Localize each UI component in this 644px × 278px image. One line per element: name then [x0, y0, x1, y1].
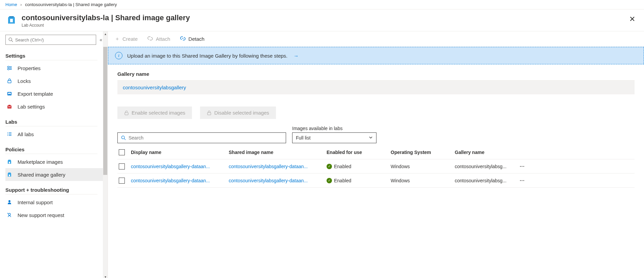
row-os: Windows [391, 178, 455, 183]
create-label: Create [122, 36, 138, 42]
sidebar-item-label: Locks [18, 78, 31, 84]
svg-rect-16 [125, 113, 128, 115]
sidebar-item-lab-settings[interactable]: Lab settings [5, 100, 108, 113]
create-button: ＋ Create [115, 36, 138, 42]
toolbar: ＋ Create Attach Detach [108, 31, 644, 47]
row-gallery: contosouniversitylabsg... [455, 164, 515, 169]
breadcrumb-home[interactable]: Home [5, 2, 17, 7]
scroll-thumb[interactable] [103, 47, 107, 175]
breadcrumb-current: contosouniversitylabs-la | Shared image … [25, 2, 117, 7]
gallery-name-link[interactable]: contosouniversitylabsgallery [123, 85, 186, 90]
col-display-name[interactable]: Display name [131, 150, 229, 155]
table-row: contosouniversitylabsgallery-dataan... c… [117, 174, 635, 188]
sidebar-item-marketplace-images[interactable]: Marketplace images [5, 155, 108, 168]
svg-rect-10 [8, 105, 10, 106]
lab-account-icon [5, 13, 18, 26]
marketplace-icon [6, 158, 13, 165]
sidebar-item-new-support-request[interactable]: New support request [5, 209, 108, 221]
row-more-button[interactable]: ··· [515, 178, 529, 183]
row-more-button[interactable]: ··· [515, 164, 529, 169]
svg-rect-0 [10, 19, 13, 22]
row-shared-name[interactable]: contosouniversitylabsgallery-dataan... [229, 178, 327, 183]
row-os: Windows [391, 164, 455, 169]
svg-line-19 [124, 138, 125, 140]
banner-text: Upload an image to this Shared Image Gal… [127, 53, 287, 59]
row-checkbox[interactable] [119, 178, 125, 184]
info-banner: i Upload an image to this Shared Image G… [108, 47, 644, 64]
sidebar-item-locks[interactable]: Locks [5, 74, 108, 87]
close-button[interactable]: ✕ [626, 13, 639, 25]
search-icon [8, 37, 13, 42]
svg-point-18 [121, 136, 124, 139]
list-icon [6, 131, 13, 137]
sidebar-item-label: Internal support [18, 199, 53, 205]
lock-icon [207, 111, 212, 115]
sidebar-search[interactable] [5, 35, 96, 45]
sidebar-section-policies: Policies [5, 143, 97, 154]
search-images-input[interactable] [117, 132, 286, 143]
gallery-name-label: Gallery name [117, 71, 635, 77]
support-icon [6, 199, 13, 206]
sidebar-item-properties[interactable]: Properties [5, 62, 108, 74]
breadcrumb: Home › contosouniversitylabs-la | Shared… [0, 0, 644, 9]
images-available-label: Images available in labs [292, 126, 376, 131]
svg-rect-12 [9, 162, 10, 163]
row-enabled: Enabled [334, 164, 351, 169]
row-display-name[interactable]: contosouniversitylabsgallery-dataan... [131, 164, 229, 169]
sidebar-section-settings: Settings [5, 50, 97, 60]
new-request-icon [6, 212, 13, 218]
unlock-icon [124, 111, 129, 115]
scroll-down-icon[interactable]: ▾ [103, 274, 108, 278]
col-shared-name[interactable]: Shared image name [229, 150, 327, 155]
svg-rect-11 [8, 106, 11, 107]
sidebar-item-label: Properties [18, 65, 40, 71]
sidebar-item-all-labs[interactable]: All labs [5, 128, 108, 141]
col-enabled[interactable]: Enabled for use [327, 150, 391, 155]
collapse-sidebar-icon[interactable]: « [100, 37, 102, 42]
banner-link-arrow-icon[interactable]: → [293, 53, 299, 59]
select-all-checkbox[interactable] [119, 149, 125, 155]
breadcrumb-separator-icon: › [20, 2, 22, 7]
sidebar-item-label: All labs [18, 131, 34, 137]
properties-icon [6, 65, 13, 71]
svg-rect-6 [8, 81, 11, 83]
sidebar-item-export-template[interactable]: Export template [5, 87, 108, 100]
scroll-up-icon[interactable]: ▴ [103, 31, 108, 36]
sidebar-item-shared-image-gallery[interactable]: Shared image gallery [5, 168, 108, 181]
sidebar-item-label: Export template [18, 91, 53, 97]
table-row: contosouniversitylabsgallery-dataan... c… [117, 159, 635, 174]
svg-point-5 [8, 69, 9, 70]
enabled-status-icon: ✓ [327, 164, 332, 169]
row-checkbox[interactable] [119, 163, 125, 169]
gallery-icon [6, 171, 13, 178]
page-header: contosouniversitylabs-la | Shared image … [0, 9, 644, 31]
col-os[interactable]: Operating System [391, 150, 455, 155]
table-header-row: Display name Shared image name Enabled f… [117, 145, 635, 159]
enable-selected-button: Enable selected images [117, 106, 192, 119]
sidebar-item-label: Marketplace images [18, 159, 63, 165]
attach-label: Attach [156, 36, 170, 42]
svg-point-15 [8, 213, 10, 215]
detach-label: Detach [189, 36, 205, 42]
col-gallery[interactable]: Gallery name [455, 150, 515, 155]
plus-icon: ＋ [115, 36, 120, 42]
info-icon: i [115, 52, 122, 59]
sidebar-scrollbar[interactable]: ▴ ▾ [103, 31, 108, 278]
search-images-field[interactable] [129, 135, 282, 141]
sidebar-section-labs: Labs [5, 116, 97, 126]
detach-button[interactable]: Detach [180, 35, 205, 42]
sidebar-item-internal-support[interactable]: Internal support [5, 196, 108, 209]
svg-rect-13 [9, 175, 10, 176]
attach-button: Attach [147, 35, 170, 42]
gallery-name-box: contosouniversitylabsgallery [117, 80, 635, 94]
row-display-name[interactable]: contosouniversitylabsgallery-dataan... [131, 178, 229, 183]
images-available-dropdown[interactable]: Full list [292, 132, 376, 143]
sidebar-item-label: Lab settings [18, 104, 45, 110]
svg-point-14 [8, 200, 10, 202]
disable-label: Disable selected images [214, 110, 269, 116]
sidebar-search-input[interactable] [15, 37, 93, 42]
row-gallery: contosouniversitylabsg... [455, 178, 515, 183]
svg-point-4 [10, 67, 11, 69]
row-shared-name[interactable]: contosouniversitylabsgallery-dataan... [229, 164, 327, 169]
sidebar: « Settings Properties Locks Export templ… [0, 31, 108, 278]
